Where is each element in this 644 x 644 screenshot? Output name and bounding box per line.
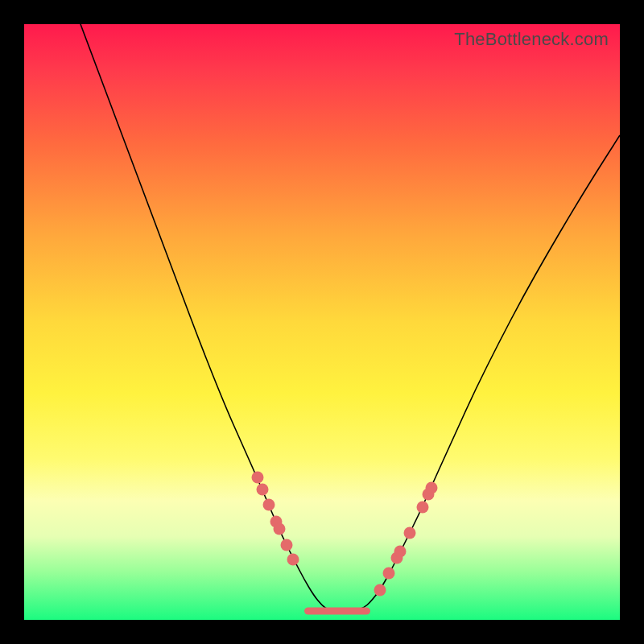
- marker-dot: [287, 554, 299, 566]
- plot-area: TheBottleneck.com: [24, 24, 620, 620]
- marker-dot: [404, 527, 416, 539]
- left-marker-dots: [252, 472, 299, 566]
- marker-dot: [263, 499, 275, 511]
- marker-dot: [374, 584, 386, 597]
- marker-dot: [252, 472, 264, 484]
- right-marker-dots: [374, 482, 438, 597]
- marker-dot: [383, 568, 395, 580]
- bottleneck-curve: [80, 24, 620, 611]
- marker-dot: [274, 523, 286, 535]
- bottom-band: [304, 608, 370, 615]
- marker-dot: [257, 484, 269, 496]
- chart-frame: TheBottleneck.com: [0, 0, 644, 644]
- marker-dot: [394, 546, 407, 558]
- marker-dot: [426, 482, 438, 494]
- marker-dot: [417, 502, 429, 514]
- marker-dot: [281, 539, 293, 551]
- watermark-text: TheBottleneck.com: [454, 29, 609, 50]
- chart-svg: [24, 24, 620, 620]
